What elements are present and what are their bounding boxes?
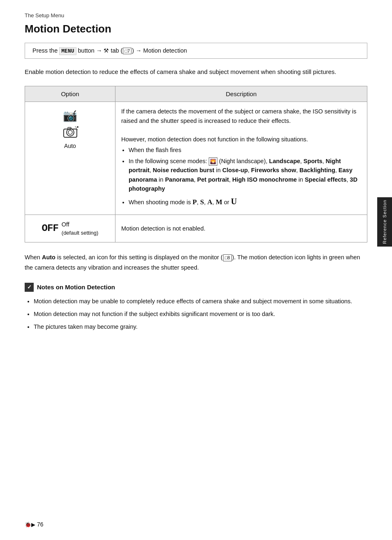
nav-menu-item: Motion detection	[143, 47, 187, 54]
page-ref-7: □7	[123, 48, 131, 54]
page-footer: 🐞▶ 76	[25, 521, 44, 528]
note-item-1: Motion detection may be unable to comple…	[34, 297, 367, 306]
off-icon: OFF	[42, 221, 58, 236]
note-checkmark-icon: ✓	[25, 283, 34, 292]
auto-icon-svg	[62, 125, 78, 140]
sidebar-tab-label: Reference Section	[382, 200, 387, 244]
sidebar: Reference Section	[377, 0, 392, 540]
off-label: Off	[62, 220, 99, 229]
nav-arrow1: →	[96, 47, 102, 54]
intro-text: Enable motion detection to reduce the ef…	[25, 67, 367, 77]
footer-text: When Auto is selected, an icon for this …	[25, 252, 367, 272]
nav-tab-text: tab (	[111, 47, 122, 54]
auto-desc-1: If the camera detects the movement of th…	[121, 108, 356, 124]
option-cell-auto: 📷́ Auto	[25, 102, 115, 215]
menu-key: MENU	[59, 47, 76, 55]
bullet-scene-modes: In the following scene modes: 🌄 (Night l…	[129, 157, 361, 194]
options-table: Option Description 📷́	[25, 86, 367, 242]
table-header-description: Description	[115, 86, 367, 102]
notes-section: ✓ Notes on Motion Detection Motion detec…	[25, 283, 367, 332]
page-ref-8: □8	[223, 254, 232, 261]
page-icon: 🐞▶	[25, 522, 35, 528]
page-title: Motion Detection	[25, 23, 367, 35]
auto-label: Auto	[64, 143, 76, 149]
desc-cell-off: Motion detection is not enabled.	[115, 215, 367, 242]
page-number: 76	[37, 521, 44, 528]
nav-tab-end: )	[132, 47, 136, 54]
note-item-2: Motion detection may not function if the…	[34, 309, 367, 319]
auto-motion-icon: 📷́	[63, 109, 77, 122]
auto-desc-2: However, motion detection does not funct…	[121, 136, 308, 143]
notes-header: ✓ Notes on Motion Detection	[25, 283, 367, 292]
bullet-flash: When the flash fires	[129, 145, 361, 155]
section-label: The Setup Menu	[25, 12, 367, 18]
sidebar-tab: Reference Section	[377, 197, 392, 247]
nav-prefix: Press the	[32, 47, 58, 54]
menu-navigation-box: Press the MENU button → ⚒ tab (□7) → Mot…	[25, 43, 367, 59]
svg-point-1	[68, 130, 72, 134]
wrench-icon: ⚒	[104, 47, 109, 54]
auto-bullets: When the flash fires In the following sc…	[129, 145, 361, 208]
table-header-option: Option	[25, 86, 115, 102]
off-sublabel: (default setting)	[62, 229, 99, 237]
note-item-3: The pictures taken may become grainy.	[34, 322, 367, 332]
table-row-off: OFF Off (default setting) Motion detecti…	[25, 215, 367, 242]
svg-point-4	[77, 126, 78, 128]
table-row-auto: 📷́ Auto If the camera detects the moveme…	[25, 102, 367, 215]
desc-cell-auto: If the camera detects the movement of th…	[115, 102, 367, 215]
bullet-shooting-mode: When shooting mode is P, S, A, M or U	[129, 195, 361, 208]
notes-title: Notes on Motion Detection	[37, 284, 115, 291]
nav-button-text: button	[78, 47, 96, 54]
notes-list: Motion detection may be unable to comple…	[34, 297, 367, 332]
nav-arrow2: →	[136, 47, 142, 54]
night-landscape-icon: 🌄	[209, 157, 217, 166]
option-cell-off: OFF Off (default setting)	[25, 215, 115, 242]
